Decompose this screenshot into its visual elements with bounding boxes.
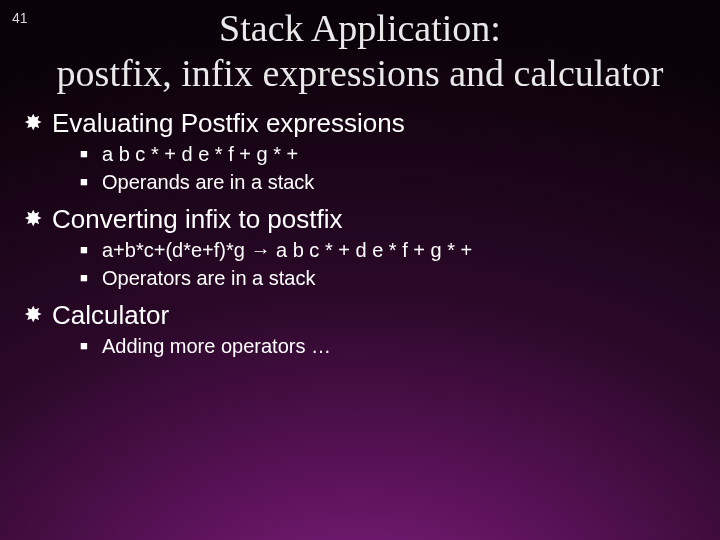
list-text: a b c * + d e * f + g * + [102,142,298,166]
square-icon: ■ [80,170,102,194]
list-item: ■ Operands are in a stack [80,170,696,194]
list-text: a+b*c+(d*e+f)*g → a b c * + d e * f + g … [102,238,472,262]
sub-list: ■ Adding more operators … [80,334,696,358]
list-item: ✸ Evaluating Postfix expressions [24,108,696,138]
section-heading: Calculator [52,300,169,330]
list-text: Operators are in a stack [102,266,315,290]
list-item: ✸ Converting infix to postfix [24,204,696,234]
slide-content: ✸ Evaluating Postfix expressions ■ a b c… [24,108,696,358]
list-item: ✸ Calculator [24,300,696,330]
list-item: ■ Operators are in a stack [80,266,696,290]
list-item: ■ a b c * + d e * f + g * + [80,142,696,166]
list-text: Operands are in a stack [102,170,314,194]
asterisk-icon: ✸ [24,204,52,234]
slide-title: Stack Application:postfix, infix express… [40,6,680,96]
asterisk-icon: ✸ [24,300,52,330]
list-text: Adding more operators … [102,334,331,358]
asterisk-icon: ✸ [24,108,52,138]
square-icon: ■ [80,334,102,358]
sub-list: ■ a+b*c+(d*e+f)*g → a b c * + d e * f + … [80,238,696,290]
square-icon: ■ [80,266,102,290]
section-heading: Converting infix to postfix [52,204,342,234]
sub-list: ■ a b c * + d e * f + g * + ■ Operands a… [80,142,696,194]
section-heading: Evaluating Postfix expressions [52,108,405,138]
square-icon: ■ [80,238,102,262]
slide-number: 41 [12,10,28,26]
square-icon: ■ [80,142,102,166]
list-item: ■ a+b*c+(d*e+f)*g → a b c * + d e * f + … [80,238,696,262]
list-item: ■ Adding more operators … [80,334,696,358]
